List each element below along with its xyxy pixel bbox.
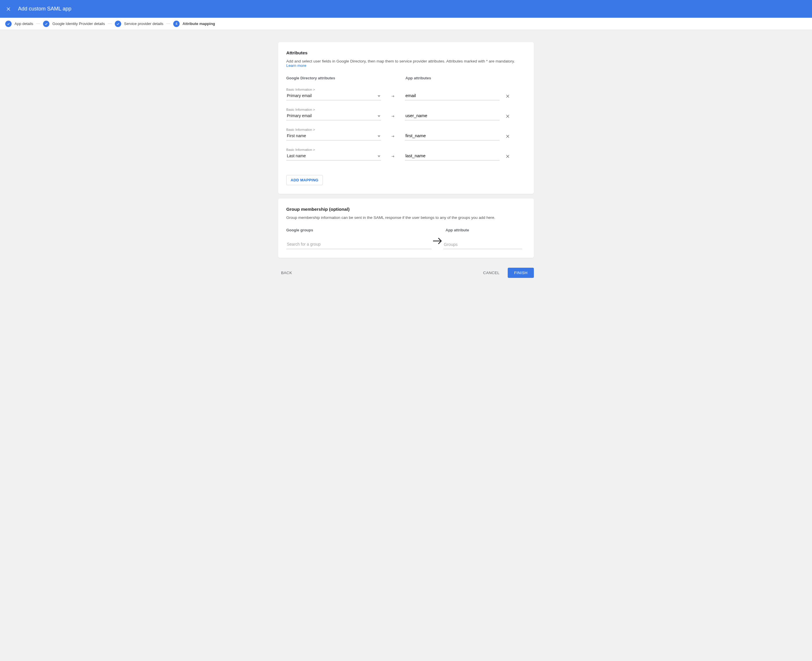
attr-category: Basic Information > [286, 128, 381, 131]
delete-mapping-button[interactable] [506, 134, 510, 141]
attributes-desc: Add and select user fields in Google Dir… [286, 59, 526, 68]
step-idp-details[interactable]: Google Identity Provider details [43, 21, 105, 27]
delete-mapping-button[interactable] [506, 154, 510, 160]
delete-mapping-button[interactable] [506, 114, 510, 120]
step-separator [108, 24, 112, 24]
col-google-attrs: Google Directory attributes [286, 76, 393, 80]
attributes-title: Attributes [286, 50, 526, 56]
check-icon [43, 21, 49, 27]
attr-value: First name [287, 133, 306, 138]
groups-desc: Group membership information can be sent… [286, 216, 526, 220]
step-label: Google Identity Provider details [52, 21, 105, 26]
app-attr-input[interactable] [405, 132, 499, 141]
mapping-row: Basic Information > Last name [286, 148, 526, 160]
step-number-badge: 4 [173, 21, 180, 27]
svg-marker-14 [378, 155, 380, 157]
step-separator [36, 24, 40, 24]
arrow-right-icon [381, 155, 405, 160]
mapping-row: Basic Information > Primary email [286, 108, 526, 120]
google-attr-select[interactable]: Basic Information > First name [286, 128, 381, 141]
groups-title: Group membership (optional) [286, 207, 526, 212]
mapping-row: Basic Information > First name [286, 128, 526, 141]
check-icon [115, 21, 121, 27]
step-label: Attribute mapping [182, 21, 215, 26]
add-mapping-button[interactable]: ADD MAPPING [286, 175, 323, 185]
app-attr-input[interactable] [405, 92, 499, 100]
attr-value: Primary email [287, 113, 312, 118]
app-attr-input[interactable] [405, 152, 499, 160]
google-attr-select[interactable]: Basic Information > Primary email [286, 88, 381, 100]
mapping-list: Basic Information > Primary email Basic … [286, 88, 526, 160]
mapping-row: Basic Information > Primary email [286, 88, 526, 100]
group-search-input[interactable] [286, 240, 432, 249]
footer-actions: BACK CANCEL FINISH [278, 262, 534, 289]
back-button[interactable]: BACK [278, 268, 295, 277]
group-app-attr: Groups [443, 240, 522, 249]
arrow-right-icon [381, 115, 405, 120]
step-label: Service provider details [124, 21, 163, 26]
svg-marker-6 [378, 115, 380, 117]
col-app-attribute: App attribute [445, 228, 469, 232]
delete-mapping-button[interactable] [506, 94, 510, 100]
chevron-down-icon [378, 153, 380, 158]
attributes-card: Attributes Add and select user fields in… [278, 42, 534, 194]
step-app-details[interactable]: App details [5, 21, 33, 27]
cancel-button[interactable]: CANCEL [480, 268, 503, 277]
group-membership-card: Group membership (optional) Group member… [278, 198, 534, 258]
attr-category: Basic Information > [286, 88, 381, 91]
attr-category: Basic Information > [286, 108, 381, 111]
app-header: Add custom SAML app [0, 0, 812, 18]
step-separator [166, 24, 170, 24]
attr-value: Primary email [287, 93, 312, 98]
step-attribute-mapping[interactable]: 4 Attribute mapping [173, 21, 215, 27]
chevron-down-icon [378, 133, 380, 138]
arrow-right-icon [381, 134, 405, 141]
app-attr-input[interactable] [405, 112, 499, 120]
arrow-right-icon [432, 235, 443, 249]
learn-more-link[interactable]: Learn more [286, 63, 306, 68]
arrow-right-icon [381, 94, 405, 100]
svg-marker-10 [378, 136, 380, 137]
attr-value: Last name [287, 153, 306, 158]
check-icon [5, 21, 12, 27]
svg-marker-2 [378, 95, 380, 97]
chevron-down-icon [378, 93, 380, 98]
step-label: App details [14, 21, 33, 26]
attr-category: Basic Information > [286, 148, 381, 152]
close-icon[interactable] [6, 6, 11, 12]
col-google-groups: Google groups [286, 228, 443, 232]
finish-button[interactable]: FINISH [508, 268, 534, 278]
google-attr-select[interactable]: Basic Information > Primary email [286, 108, 381, 120]
stepper: App details Google Identity Provider det… [0, 18, 812, 30]
chevron-down-icon [378, 113, 380, 118]
page-title: Add custom SAML app [18, 6, 71, 12]
google-attr-select[interactable]: Basic Information > Last name [286, 148, 381, 160]
step-sp-details[interactable]: Service provider details [115, 21, 163, 27]
col-app-attrs: App attributes [405, 76, 431, 80]
